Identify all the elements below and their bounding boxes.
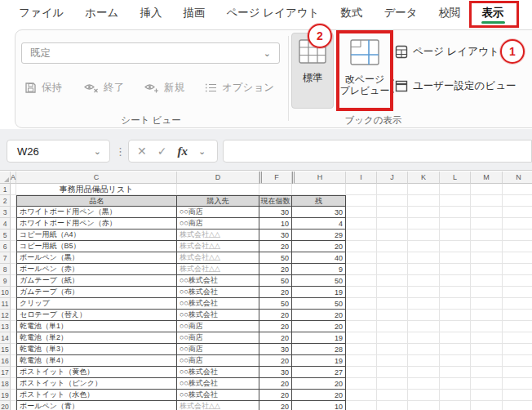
cell[interactable] xyxy=(377,230,408,241)
cell[interactable]: ○○商店 xyxy=(177,332,259,344)
cell[interactable] xyxy=(346,218,377,230)
cell[interactable]: 20 xyxy=(259,321,292,332)
cell[interactable]: 50 xyxy=(292,298,346,310)
cell[interactable] xyxy=(440,218,471,230)
ribbon-tab-1[interactable]: ホーム xyxy=(74,0,129,26)
cell[interactable]: 20 xyxy=(259,310,292,321)
ribbon-tab-5[interactable]: 数式 xyxy=(330,0,373,26)
cell[interactable] xyxy=(503,378,532,390)
cell[interactable]: 20 xyxy=(292,310,346,321)
cell[interactable]: 品名 xyxy=(16,195,177,207)
exit-sheet-view-button[interactable]: 終了 xyxy=(84,78,124,96)
cell[interactable] xyxy=(177,184,259,195)
column-header-L[interactable]: L xyxy=(440,172,471,184)
name-box[interactable]: W26 ⌄ xyxy=(7,140,110,163)
cell[interactable] xyxy=(292,184,346,195)
ribbon-tab-7[interactable]: 校閲 xyxy=(428,0,472,26)
row-header-6[interactable]: 6 xyxy=(0,241,11,252)
row-header-12[interactable]: 12 xyxy=(0,310,11,321)
cell[interactable] xyxy=(471,310,503,321)
cell[interactable]: 29 xyxy=(292,230,346,241)
cell[interactable] xyxy=(346,252,377,264)
cell[interactable] xyxy=(11,401,16,410)
cell[interactable] xyxy=(503,230,532,241)
sheet-view-dropdown[interactable]: 既定 ⌄ xyxy=(21,42,280,64)
cell[interactable] xyxy=(11,287,16,298)
cell[interactable] xyxy=(377,367,408,378)
cell[interactable] xyxy=(408,218,440,230)
cell[interactable] xyxy=(471,264,503,275)
cell[interactable] xyxy=(408,344,440,355)
cell[interactable] xyxy=(346,344,377,355)
cell[interactable]: 株式会社△△ xyxy=(177,401,259,410)
cell[interactable]: コピー用紙（A4） xyxy=(16,230,177,241)
cell[interactable] xyxy=(503,298,532,310)
cell[interactable] xyxy=(11,310,16,321)
cell[interactable]: 株式会社△△ xyxy=(177,252,259,264)
cell[interactable]: ○○株式会社 xyxy=(177,287,259,298)
cell[interactable]: ○○株式会社 xyxy=(177,310,259,321)
column-header-M[interactable]: M xyxy=(471,172,503,184)
cell[interactable] xyxy=(377,321,408,332)
cell[interactable] xyxy=(11,195,16,207)
row-header-4[interactable]: 4 xyxy=(0,218,11,230)
row-header-15[interactable]: 15 xyxy=(0,344,11,355)
page-layout-view-button[interactable]: ページ レイアウト xyxy=(395,42,499,60)
enter-icon[interactable]: ✓ xyxy=(157,145,167,158)
cell[interactable] xyxy=(503,321,532,332)
row-header-7[interactable]: 7 xyxy=(0,252,11,264)
cell[interactable]: 20 xyxy=(259,332,292,344)
ribbon-tab-2[interactable]: 挿入 xyxy=(129,0,172,26)
cell[interactable] xyxy=(471,367,503,378)
row-header-3[interactable]: 3 xyxy=(0,207,11,218)
row-header-17[interactable]: 17 xyxy=(0,367,11,378)
formula-bar-handle[interactable]: ⋮ xyxy=(115,140,126,163)
cell[interactable]: 株式会社△△ xyxy=(177,264,259,275)
cell[interactable] xyxy=(346,378,377,390)
cell[interactable]: 50 xyxy=(259,298,292,310)
cell[interactable] xyxy=(440,195,471,207)
cell[interactable]: 乾電池（単1） xyxy=(16,321,177,332)
cell[interactable] xyxy=(346,264,377,275)
cell[interactable]: 株式会社△△ xyxy=(177,241,259,252)
cell[interactable]: ○○商店 xyxy=(177,218,259,230)
cell[interactable] xyxy=(11,252,16,264)
cell[interactable]: ポストイット（ピンク） xyxy=(16,378,177,390)
cell[interactable] xyxy=(11,344,16,355)
cell[interactable] xyxy=(440,310,471,321)
cell[interactable] xyxy=(377,298,408,310)
cell[interactable] xyxy=(11,378,16,390)
cell[interactable] xyxy=(408,401,440,410)
cell[interactable] xyxy=(440,207,471,218)
cell[interactable] xyxy=(408,367,440,378)
cell[interactable]: ○○株式会社 xyxy=(177,275,259,287)
cell[interactable] xyxy=(503,287,532,298)
cell[interactable] xyxy=(471,275,503,287)
cell[interactable]: 乾電池（単2） xyxy=(16,332,177,344)
row-header-16[interactable]: 16 xyxy=(0,355,11,367)
cell[interactable]: ポストイット（黄色） xyxy=(16,367,177,378)
row-header-13[interactable]: 13 xyxy=(0,321,11,332)
cell[interactable] xyxy=(503,355,532,367)
cell[interactable] xyxy=(503,390,532,401)
cell[interactable] xyxy=(503,218,532,230)
keep-sheet-view-button[interactable]: 保持 xyxy=(24,78,62,96)
cell[interactable] xyxy=(377,184,408,195)
cell[interactable] xyxy=(503,195,532,207)
cell[interactable]: 20 xyxy=(259,390,292,401)
options-button[interactable]: オプション xyxy=(205,78,274,96)
cell[interactable] xyxy=(377,264,408,275)
chevron-down-icon[interactable]: ⌄ xyxy=(198,146,206,157)
cell[interactable] xyxy=(377,207,408,218)
cell[interactable]: 事務用品備品リスト xyxy=(16,184,177,195)
cell[interactable]: 10 xyxy=(259,218,292,230)
cell[interactable] xyxy=(503,241,532,252)
cell[interactable]: ガムテープ（布） xyxy=(16,287,177,298)
cell[interactable] xyxy=(503,332,532,344)
cell[interactable] xyxy=(503,252,532,264)
cell[interactable] xyxy=(440,298,471,310)
cell[interactable]: 乾電池（単4） xyxy=(16,355,177,367)
cell[interactable]: 株式会社△△ xyxy=(177,230,259,241)
cell[interactable] xyxy=(471,298,503,310)
cell[interactable] xyxy=(346,321,377,332)
